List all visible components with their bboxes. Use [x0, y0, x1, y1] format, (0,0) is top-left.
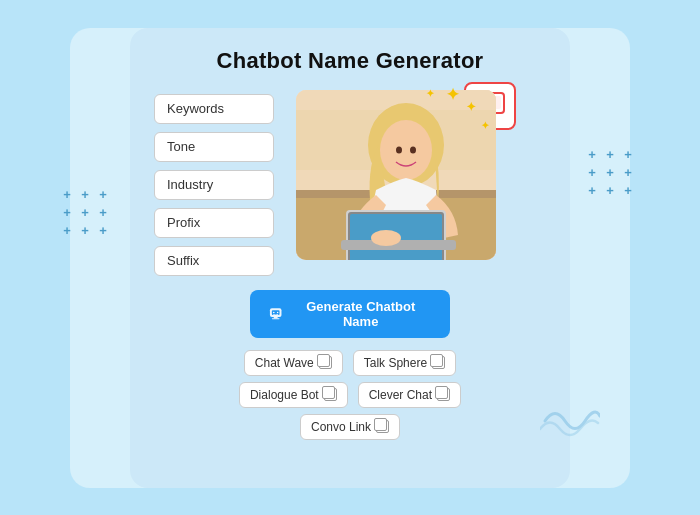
- copy-icon-clever-chat[interactable]: [437, 388, 450, 401]
- keywords-field[interactable]: Keywords: [154, 94, 274, 124]
- plus-decoration-right: +++ +++ +++: [585, 148, 635, 198]
- robot-button-icon: [268, 306, 283, 322]
- page-title: Chatbot Name Generator: [154, 48, 546, 74]
- sparkle-4: ✦: [426, 88, 434, 99]
- hero-image: [296, 90, 496, 260]
- svg-point-23: [273, 311, 275, 313]
- svg-point-20: [371, 230, 401, 246]
- suffix-field[interactable]: Suffix: [154, 246, 274, 276]
- results-row-1: Chat Wave Talk Sphere: [244, 350, 456, 376]
- copy-icon-dialogue-bot[interactable]: [324, 388, 337, 401]
- generate-button[interactable]: Generate Chatbot Name: [250, 290, 450, 338]
- results-row-3: Convo Link: [300, 414, 400, 440]
- copy-icon-chat-wave[interactable]: [319, 356, 332, 369]
- svg-point-14: [396, 146, 402, 153]
- result-convo-link[interactable]: Convo Link: [300, 414, 400, 440]
- result-chat-wave[interactable]: Chat Wave: [244, 350, 343, 376]
- profix-field[interactable]: Profix: [154, 208, 274, 238]
- main-card: +++ +++ +++ +++ +++ +++ Chatbot Name Gen…: [130, 28, 570, 488]
- sparkle-2: ✦: [466, 100, 476, 114]
- copy-icon-talk-sphere[interactable]: [432, 356, 445, 369]
- svg-rect-26: [272, 318, 280, 319]
- result-dialogue-bot[interactable]: Dialogue Bot: [239, 382, 348, 408]
- generate-button-row: Generate Chatbot Name: [154, 276, 546, 338]
- svg-point-13: [380, 120, 432, 180]
- svg-rect-22: [272, 310, 280, 315]
- industry-field[interactable]: Industry: [154, 170, 274, 200]
- plus-decoration-left: +++ +++ +++: [60, 188, 110, 238]
- sparkle-3: ✦: [481, 120, 489, 131]
- wave-decoration: [540, 401, 600, 448]
- result-clever-chat[interactable]: Clever Chat: [358, 382, 461, 408]
- hero-image-area: ✦ ✦ ✦ ✦: [296, 90, 546, 276]
- result-talk-sphere[interactable]: Talk Sphere: [353, 350, 456, 376]
- svg-rect-25: [274, 316, 278, 317]
- sparkle-1: ✦: [446, 85, 459, 104]
- content-area: Keywords Tone Industry Profix Suffix: [154, 90, 546, 276]
- svg-point-15: [410, 146, 416, 153]
- results-area: Chat Wave Talk Sphere Dialogue Bot Cleve…: [154, 350, 546, 440]
- copy-icon-convo-link[interactable]: [376, 420, 389, 433]
- input-fields-column: Keywords Tone Industry Profix Suffix: [154, 94, 284, 276]
- svg-point-24: [277, 311, 279, 313]
- tone-field[interactable]: Tone: [154, 132, 274, 162]
- results-row-2: Dialogue Bot Clever Chat: [239, 382, 461, 408]
